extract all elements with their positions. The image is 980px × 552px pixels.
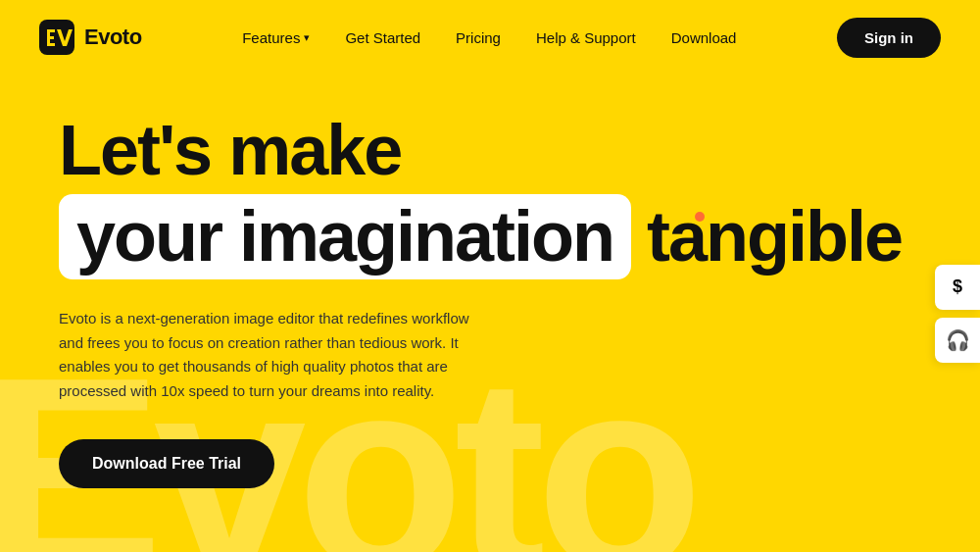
imagination-text: your imagination <box>76 197 613 276</box>
nav-features[interactable]: Features ▾ <box>242 29 310 46</box>
nav-help-support[interactable]: Help & Support <box>536 29 636 46</box>
chevron-down-icon: ▾ <box>304 31 310 44</box>
download-free-trial-button[interactable]: Download Free Trial <box>59 439 274 488</box>
hero-description: Evoto is a next-generation image editor … <box>59 307 490 404</box>
nav-actions: Sign in <box>837 18 941 58</box>
headline-line1: Let's make <box>59 114 921 188</box>
evoto-logo-icon <box>39 20 74 55</box>
brand-name: Evoto <box>84 25 142 50</box>
nav-pricing[interactable]: Pricing <box>456 29 501 46</box>
support-side-button[interactable]: 🎧 <box>935 318 980 363</box>
headphones-icon: 🎧 <box>946 328 970 352</box>
headline-line2: your imagination tangible <box>59 194 921 279</box>
imagination-highlight-box: your imagination <box>59 194 631 279</box>
nav-download[interactable]: Download <box>671 29 737 46</box>
logo[interactable]: Evoto <box>39 20 142 55</box>
pricing-side-button[interactable]: $ <box>935 265 980 310</box>
nav-links: Features ▾ Get Started Pricing Help & Su… <box>242 29 736 46</box>
hero-section: Evoto Let's make your imagination tangib… <box>0 75 980 552</box>
hero-headline: Let's make your imagination tangible <box>59 114 921 279</box>
side-floating-buttons: $ 🎧 <box>935 265 980 363</box>
signin-button[interactable]: Sign in <box>837 18 941 58</box>
nav-get-started[interactable]: Get Started <box>345 29 420 46</box>
orange-dot-decoration <box>695 212 705 222</box>
dollar-icon: $ <box>953 276 962 297</box>
tangible-text: tangible <box>647 198 902 276</box>
navbar: Evoto Features ▾ Get Started Pricing Hel… <box>0 0 980 75</box>
